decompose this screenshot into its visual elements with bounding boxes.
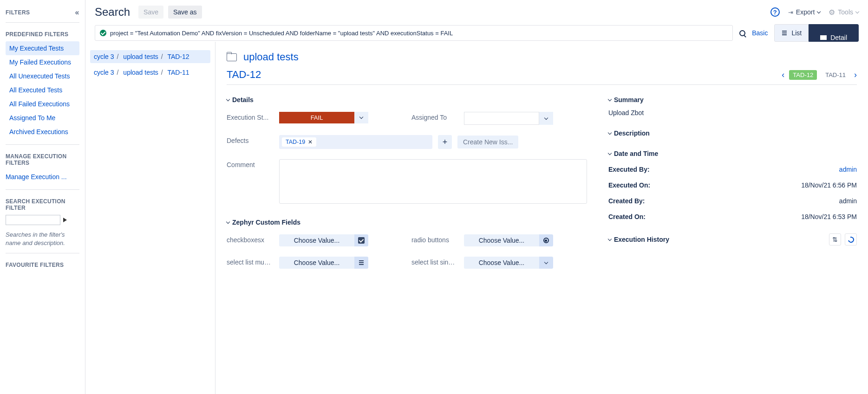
- description-label: Description: [614, 129, 650, 137]
- crumb-cycle[interactable]: cycle 3: [94, 53, 114, 60]
- datetime-label: Date and Time: [614, 150, 658, 157]
- manage-execution-link[interactable]: Manage Execution ...: [6, 170, 79, 184]
- sidebar-item-my-executed[interactable]: My Executed Tests: [6, 41, 79, 55]
- chevron-down-icon: [226, 97, 230, 101]
- exec-history-label: Execution History: [614, 236, 669, 243]
- custom-fields-section-header[interactable]: Zephyr Custom Fields: [227, 219, 587, 226]
- gear-icon: ⚙: [829, 8, 835, 17]
- executed-on-value: 18/Nov/21 6:56 PM: [801, 181, 857, 189]
- exec-status-value: FAIL: [279, 112, 354, 123]
- select-single-select[interactable]: Choose Value...: [464, 257, 539, 269]
- details-section-header[interactable]: Details: [227, 96, 587, 103]
- description-section-header[interactable]: Description: [608, 129, 857, 137]
- favourite-filters-heading: FAVOURITE FILTERS: [6, 262, 79, 268]
- list-icon: [781, 31, 788, 35]
- sort-history-button[interactable]: ⇅: [829, 233, 841, 245]
- refresh-history-button[interactable]: [845, 233, 857, 245]
- save-as-button[interactable]: Save as: [168, 6, 202, 19]
- crumb-id[interactable]: TAD-11: [167, 69, 189, 76]
- help-icon[interactable]: ?: [770, 7, 780, 17]
- view-detail-button[interactable]: Detail: [809, 24, 859, 42]
- export-label: Export: [796, 8, 815, 16]
- assigned-to-dropdown[interactable]: [539, 112, 553, 125]
- created-on-value: 18/Nov/21 6:53 PM: [801, 213, 857, 220]
- chevron-down-icon: [817, 9, 821, 13]
- radio-icon[interactable]: [539, 234, 553, 246]
- checkboxesx-label: checkboxesx: [227, 234, 271, 244]
- query-input[interactable]: project = "Test Automation Demo" AND fix…: [95, 25, 733, 41]
- comment-label: Comment: [227, 159, 271, 168]
- search-filter-hint: Searches in the filter's name and descri…: [6, 231, 79, 247]
- sidebar-item-all-failed[interactable]: All Failed Executions: [6, 97, 79, 111]
- next-issue-icon[interactable]: ›: [854, 70, 857, 80]
- query-text: project = "Test Automation Demo" AND fix…: [110, 30, 453, 37]
- defects-input[interactable]: TAD-19 ✕: [279, 135, 432, 149]
- detail-icon: [820, 35, 827, 40]
- crumb-folder[interactable]: upload tests: [123, 69, 158, 76]
- sidebar-item-my-failed[interactable]: My Failed Executions: [6, 55, 79, 69]
- query-row: project = "Test Automation Demo" AND fix…: [85, 24, 868, 42]
- exec-status-label: Execution St...: [227, 112, 271, 121]
- sidebar-item-all-unexecuted[interactable]: All Unexecuted Tests: [6, 69, 79, 83]
- executed-by-value[interactable]: admin: [839, 166, 857, 173]
- created-on-label: Created On:: [608, 213, 646, 220]
- result-item[interactable]: cycle 3/ upload tests/ TAD-12: [90, 50, 210, 63]
- save-button[interactable]: Save: [138, 6, 163, 19]
- details-label: Details: [232, 96, 254, 103]
- exec-history-section-header[interactable]: Execution History: [608, 236, 825, 243]
- view-list-label: List: [791, 29, 802, 37]
- basic-mode-link[interactable]: Basic: [752, 29, 768, 37]
- exec-status-dropdown[interactable]: [354, 112, 368, 123]
- chevron-down-icon: [608, 97, 612, 101]
- predefined-filters-heading: PREDEFINED FILTERS: [6, 31, 79, 38]
- folder-name[interactable]: upload tests: [243, 51, 299, 63]
- select-multi-select[interactable]: Choose Value...: [279, 257, 354, 269]
- multi-list-icon[interactable]: [354, 257, 368, 269]
- tools-button[interactable]: ⚙ Tools: [829, 8, 859, 17]
- result-item[interactable]: cycle 3/ upload tests/ TAD-11: [90, 66, 210, 79]
- sidebar-item-all-executed[interactable]: All Executed Tests: [6, 83, 79, 97]
- issue-id[interactable]: TAD-12: [227, 69, 261, 81]
- export-icon: ⇥: [788, 9, 793, 16]
- crumb-cycle[interactable]: cycle 3: [94, 69, 114, 76]
- view-list-button[interactable]: List: [774, 24, 809, 42]
- sidebar-item-archived[interactable]: Archived Executions: [6, 125, 79, 139]
- crumb-folder[interactable]: upload tests: [123, 53, 158, 60]
- next-issue-chip[interactable]: TAD-11: [822, 70, 849, 80]
- page-title: Search: [95, 6, 130, 19]
- detail-panel: upload tests TAD-12 ‹ TAD-12 TAD-11 ›: [215, 42, 868, 394]
- assigned-to-select[interactable]: [464, 112, 539, 125]
- remove-tag-icon[interactable]: ✕: [308, 139, 313, 145]
- comment-input[interactable]: [279, 159, 587, 204]
- single-dropdown-icon[interactable]: [539, 257, 553, 269]
- chevron-down-icon: [226, 220, 230, 223]
- defect-tag[interactable]: TAD-19 ✕: [282, 137, 316, 147]
- created-by-label: Created By:: [608, 197, 645, 205]
- prev-issue-icon[interactable]: ‹: [782, 70, 784, 80]
- sidebar-item-assigned-to-me[interactable]: Assigned To Me: [6, 111, 79, 125]
- checkboxesx-select[interactable]: Choose Value...: [279, 234, 354, 246]
- result-list: cycle 3/ upload tests/ TAD-12 cycle 3/ u…: [85, 42, 215, 394]
- folder-icon: [227, 53, 237, 61]
- assigned-to-label: Assigned To: [411, 112, 456, 121]
- export-button[interactable]: ⇥ Export: [788, 8, 820, 16]
- crumb-id[interactable]: TAD-12: [167, 53, 189, 60]
- datetime-section-header[interactable]: Date and Time: [608, 150, 857, 157]
- radio-buttons-select[interactable]: Choose Value...: [464, 234, 539, 246]
- create-new-issue-button[interactable]: Create New Iss...: [457, 136, 518, 149]
- search-filter-go-icon[interactable]: [63, 218, 67, 222]
- executed-on-label: Executed On:: [608, 181, 650, 189]
- search-filter-input[interactable]: [6, 215, 60, 225]
- custom-fields-label: Zephyr Custom Fields: [232, 219, 300, 226]
- chevron-down-icon: [855, 9, 859, 13]
- sidebar: FILTERS « PREDEFINED FILTERS My Executed…: [0, 0, 85, 394]
- search-icon[interactable]: [739, 30, 745, 36]
- current-issue-chip[interactable]: TAD-12: [789, 70, 817, 80]
- add-defect-button[interactable]: +: [438, 135, 452, 149]
- collapse-sidebar-icon[interactable]: «: [75, 8, 79, 17]
- topbar: Search Save Save as ? ⇥ Export ⚙ Tools: [85, 0, 868, 20]
- search-filter-heading: SEARCH EXECUTION FILTER: [6, 198, 79, 211]
- checkbox-icon[interactable]: [354, 234, 368, 246]
- summary-section-header[interactable]: Summary: [608, 96, 857, 103]
- summary-label: Summary: [614, 96, 644, 103]
